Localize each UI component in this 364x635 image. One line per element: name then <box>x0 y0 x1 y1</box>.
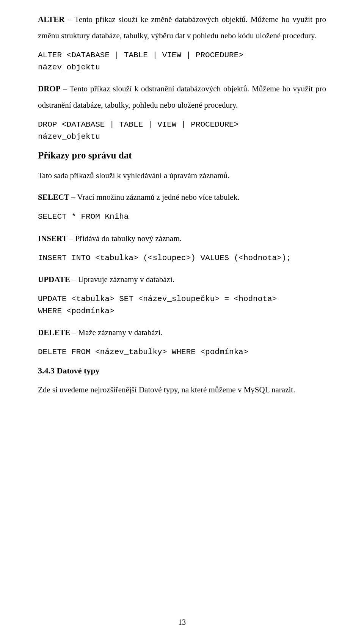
paragraph-insert: INSERT – Přidává do tabulky nový záznam. <box>38 230 326 247</box>
text-update-desc: – Upravuje záznamy v databázi. <box>70 275 174 284</box>
paragraph-delete: DELETE – Maže záznamy v databázi. <box>38 325 326 341</box>
term-update: UPDATE <box>38 275 70 284</box>
text-select-desc: – Vrací množinu záznamů z jedné nebo víc… <box>69 193 240 202</box>
text-alter-desc: – Tento příkaz slouží ke změně databázov… <box>38 15 326 40</box>
paragraph-select: SELECT – Vrací množinu záznamů z jedné n… <box>38 189 326 205</box>
term-insert: INSERT <box>38 234 67 243</box>
heading-commands: Příkazy pro správu dat <box>38 150 326 161</box>
text-insert-desc: – Přidává do tabulky nový záznam. <box>67 234 182 243</box>
code-alter: ALTER <DATABASE | TABLE | VIEW | PROCEDU… <box>38 49 326 73</box>
text-delete-desc: – Maže záznamy v databázi. <box>70 328 163 337</box>
paragraph-datatypes: Zde si uvedeme nejrozšířenější Datové ty… <box>38 382 326 398</box>
text-drop-desc: – Tento příkaz slouží k odstranění datab… <box>38 84 326 110</box>
code-insert: INSERT INTO <tabulka> (<sloupec>) VALUES… <box>38 252 326 264</box>
term-alter: ALTER <box>38 15 64 24</box>
code-update: UPDATE <tabulka> SET <název_sloupečku> =… <box>38 293 326 317</box>
paragraph-alter: ALTER – Tento příkaz slouží ke změně dat… <box>38 11 326 44</box>
term-delete: DELETE <box>38 328 70 337</box>
page-number: 13 <box>0 618 364 627</box>
paragraph-drop: DROP – Tento příkaz slouží k odstranění … <box>38 81 326 113</box>
paragraph-update: UPDATE – Upravuje záznamy v databázi. <box>38 271 326 288</box>
code-select: SELECT * FROM Kniha <box>38 211 326 223</box>
term-drop: DROP <box>38 84 61 93</box>
code-delete: DELETE FROM <název_tabulky> WHERE <podmí… <box>38 346 326 358</box>
document-page: ALTER – Tento příkaz slouží ke změně dat… <box>0 0 364 635</box>
term-select: SELECT <box>38 193 69 202</box>
code-drop: DROP <DATABASE | TABLE | VIEW | PROCEDUR… <box>38 119 326 143</box>
heading-datatypes: 3.4.3 Datové typy <box>38 366 326 376</box>
paragraph-intro: Tato sada příkazů slouží k vyhledávání a… <box>38 168 326 184</box>
